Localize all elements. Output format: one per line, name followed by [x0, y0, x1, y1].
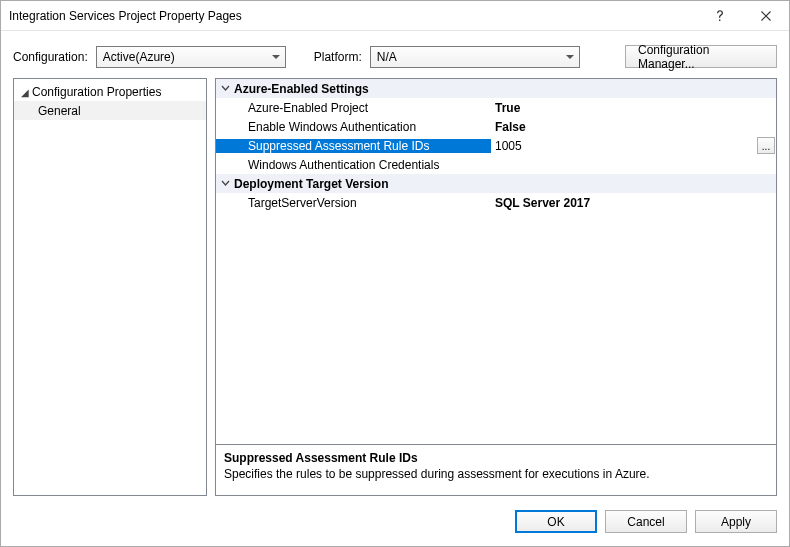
description-title: Suppressed Assessment Rule IDs [224, 451, 768, 465]
chevron-down-icon[interactable] [216, 84, 234, 93]
dialog-button-row: OK Cancel Apply [1, 496, 789, 533]
tree-expander-icon[interactable]: ◢ [18, 87, 32, 98]
prop-value: False [495, 120, 526, 134]
prop-value: True [495, 101, 520, 115]
prop-suppressed-assessment-rule-ids[interactable]: Suppressed Assessment Rule IDs 1005 [216, 136, 776, 155]
prop-name: Enable Windows Authentication [248, 120, 416, 134]
description-body: Specifies the rules to be suppressed dur… [224, 467, 768, 481]
content-area: ◢ Configuration Properties General Azure… [1, 78, 789, 496]
property-grid: Azure-Enabled Settings Azure-Enabled Pro… [215, 78, 777, 445]
property-pane: Azure-Enabled Settings Azure-Enabled Pro… [215, 78, 777, 496]
tree-item-general[interactable]: General [14, 101, 206, 120]
tree-pane: ◢ Configuration Properties General [13, 78, 207, 496]
configuration-combo[interactable]: Active(Azure) [96, 46, 286, 68]
category-label: Azure-Enabled Settings [234, 82, 369, 96]
tree-item-configuration-properties[interactable]: ◢ Configuration Properties [14, 83, 206, 101]
browse-ellipsis-button[interactable]: ... [757, 137, 775, 154]
cancel-button[interactable]: Cancel [605, 510, 687, 533]
prop-target-server-version[interactable]: TargetServerVersion SQL Server 2017 [216, 193, 776, 212]
prop-value: 1005 [495, 139, 522, 153]
window-title: Integration Services Project Property Pa… [1, 9, 697, 23]
chevron-down-icon[interactable] [216, 179, 234, 188]
configuration-label: Configuration: [13, 50, 88, 64]
category-azure-enabled-settings[interactable]: Azure-Enabled Settings [216, 79, 776, 98]
tree-label: Configuration Properties [32, 85, 161, 99]
prop-name: Azure-Enabled Project [248, 101, 368, 115]
ok-button[interactable]: OK [515, 510, 597, 533]
prop-azure-enabled-project[interactable]: Azure-Enabled Project True [216, 98, 776, 117]
prop-value: SQL Server 2017 [495, 196, 590, 210]
configuration-manager-button[interactable]: Configuration Manager... [625, 45, 777, 68]
prop-windows-authentication-credentials[interactable]: Windows Authentication Credentials [216, 155, 776, 174]
platform-label: Platform: [314, 50, 362, 64]
titlebar: Integration Services Project Property Pa… [1, 1, 789, 31]
category-deployment-target-version[interactable]: Deployment Target Version [216, 174, 776, 193]
help-button[interactable] [697, 1, 743, 31]
close-button[interactable] [743, 1, 789, 31]
category-label: Deployment Target Version [234, 177, 388, 191]
description-pane: Suppressed Assessment Rule IDs Specifies… [215, 444, 777, 496]
prop-enable-windows-authentication[interactable]: Enable Windows Authentication False [216, 117, 776, 136]
prop-name: Suppressed Assessment Rule IDs [248, 139, 429, 153]
platform-combo[interactable]: N/A [370, 46, 580, 68]
prop-name: Windows Authentication Credentials [248, 158, 439, 172]
tree-label: General [38, 104, 81, 118]
prop-name: TargetServerVersion [248, 196, 357, 210]
configuration-row: Configuration: Active(Azure) Platform: N… [1, 31, 789, 78]
apply-button[interactable]: Apply [695, 510, 777, 533]
